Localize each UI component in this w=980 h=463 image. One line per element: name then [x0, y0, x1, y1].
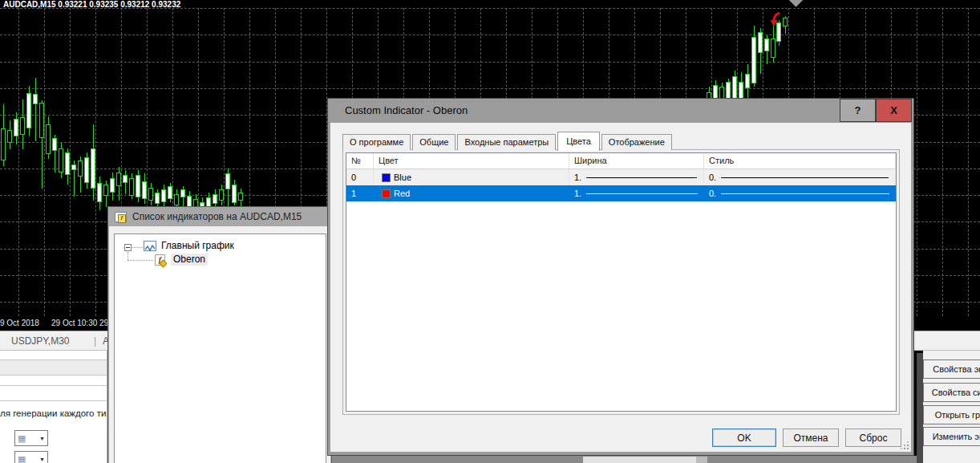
- candle: [225, 173, 230, 189]
- resize-grip-icon[interactable]: [900, 441, 909, 449]
- tree-connector: [132, 247, 143, 248]
- tab-3[interactable]: Входные параметры: [457, 134, 556, 150]
- cell-style: 0.: [704, 185, 896, 201]
- tester-panel-right: Свойства эксСвойства симОткрыть граИзмен…: [923, 351, 980, 463]
- custom-indicator-dialog: Custom Indicator - Oberon ? x О программ…: [327, 98, 914, 456]
- candle: [238, 193, 243, 201]
- color-swatch: [382, 189, 391, 198]
- ok-button[interactable]: OK: [712, 428, 776, 447]
- cancel-button[interactable]: Отмена: [783, 428, 839, 447]
- candle: [46, 124, 51, 154]
- dialog-title: Custom Indicator - Oberon: [345, 99, 468, 123]
- gridline: [95, 8, 96, 316]
- chevron-down-icon: ▼: [39, 436, 45, 441]
- background-window-strip: [332, 456, 917, 463]
- calendar-grid-icon: ▦: [18, 434, 26, 443]
- background-fragment: [696, 457, 707, 463]
- tab-1[interactable]: О программе: [342, 134, 411, 150]
- gridline: [0, 62, 980, 63]
- color-name: Blue: [394, 170, 411, 185]
- candle: [97, 183, 102, 202]
- candle: [764, 39, 769, 51]
- candle: [232, 185, 237, 203]
- divider: [0, 385, 107, 386]
- dialog-button-row: OK Отмена Сброс: [706, 428, 901, 447]
- column-header-color[interactable]: Цвет: [374, 153, 569, 169]
- gridline: [942, 8, 943, 316]
- tester-button-3[interactable]: Открыть гра: [923, 405, 980, 424]
- gridline: [70, 8, 71, 316]
- tree-item-oberon[interactable]: Oberon: [171, 254, 208, 266]
- dialog-titlebar[interactable]: Custom Indicator - Oberon: [328, 99, 913, 123]
- time-axis-label: 9 Oct 2018: [0, 319, 39, 327]
- candle: [33, 94, 38, 104]
- gridline: [18, 8, 19, 316]
- candle: [65, 152, 70, 175]
- cell-index: 0: [346, 169, 374, 185]
- color-swatch: [382, 173, 391, 182]
- width-line-sample: [586, 193, 698, 194]
- colors-table[interactable]: № Цвет Ширина Стиль 0Blue1.0.1Red1.0.: [346, 152, 897, 412]
- candle: [110, 178, 115, 193]
- candle: [39, 103, 44, 138]
- width-line-sample: [586, 177, 697, 178]
- tester-button-2[interactable]: Свойства сим: [923, 383, 980, 402]
- tab-2[interactable]: Общие: [412, 134, 456, 150]
- tester-button-4[interactable]: Изменить экс: [923, 427, 980, 446]
- tab-5[interactable]: Отображение: [601, 134, 672, 150]
- metatrader-screen: AUDCAD,M15 0.93221 0.93235 0.93212 0.932…: [0, 0, 980, 463]
- table-row[interactable]: 1Red1.0.: [346, 185, 896, 201]
- indicator-tree[interactable]: Главный график f Oberon: [114, 234, 326, 463]
- reset-button[interactable]: Сброс: [845, 428, 901, 447]
- diamond-marker-icon: [788, 0, 803, 7]
- candle: [148, 188, 153, 201]
- column-header-width[interactable]: Ширина: [569, 153, 704, 169]
- tester-row-highlight: [0, 360, 107, 376]
- candle: [161, 189, 166, 202]
- table-row[interactable]: 0Blue1.0.: [346, 169, 896, 185]
- indicator-list-icon: [115, 212, 127, 222]
- background-button-fragment: [583, 457, 696, 463]
- candle: [14, 119, 18, 136]
- candle: [123, 175, 128, 183]
- candle: [751, 37, 756, 83]
- candle: [136, 175, 140, 197]
- candle: [142, 181, 147, 199]
- chart-icon: [144, 241, 156, 251]
- chart-tab-usdjpy[interactable]: USDJPY,M30: [11, 331, 69, 351]
- close-button[interactable]: x: [876, 99, 912, 122]
- indicator-list-title: Список индикаторов на AUDCAD,M15: [132, 211, 302, 222]
- indicator-list-dialog: Список индикаторов на AUDCAD,M15 Главный…: [107, 206, 332, 463]
- column-header-style[interactable]: Стиль: [704, 153, 896, 169]
- tree-item-main-chart[interactable]: Главный график: [161, 240, 234, 252]
- candle: [745, 74, 750, 88]
- help-button[interactable]: ?: [840, 99, 876, 122]
- column-header-num[interactable]: №: [346, 153, 374, 169]
- dialog-content: О программеОбщиеВходные параметрыЦветаОт…: [330, 123, 911, 452]
- chart-symbol-ohlc-label: AUDCAD,M15 0.93221 0.93235 0.93212 0.932…: [3, 0, 180, 9]
- cell-index: 1: [346, 185, 374, 201]
- candle: [219, 189, 224, 201]
- cell-color: Red: [374, 185, 569, 201]
- candle: [180, 189, 185, 197]
- panel-splitter[interactable]: [917, 353, 923, 463]
- date-to-picker[interactable]: ▦ ▼: [14, 451, 48, 463]
- candle: [1, 128, 6, 160]
- fx-indicator-icon: f: [155, 254, 165, 266]
- candle: [213, 194, 217, 204]
- tree-collapse-toggle[interactable]: [124, 244, 132, 251]
- indicator-list-body: Главный график f Oberon: [109, 226, 330, 463]
- tab-4[interactable]: Цвета: [557, 132, 600, 151]
- tester-button-1[interactable]: Свойства экс: [923, 359, 980, 379]
- candle: [771, 39, 775, 58]
- color-name: Red: [394, 186, 410, 201]
- colors-tab-panel: № Цвет Ширина Стиль 0Blue1.0.1Red1.0.: [342, 149, 900, 415]
- style-line-sample: [721, 177, 889, 178]
- indicator-list-titlebar[interactable]: Список индикаторов на AUDCAD,M15: [108, 207, 331, 226]
- divider: [0, 400, 107, 401]
- gridline: [0, 35, 980, 35]
- cell-width: 1.: [569, 185, 704, 201]
- date-from-picker[interactable]: ▦ ▼: [14, 430, 48, 446]
- candle: [26, 93, 31, 128]
- candle: [168, 186, 172, 199]
